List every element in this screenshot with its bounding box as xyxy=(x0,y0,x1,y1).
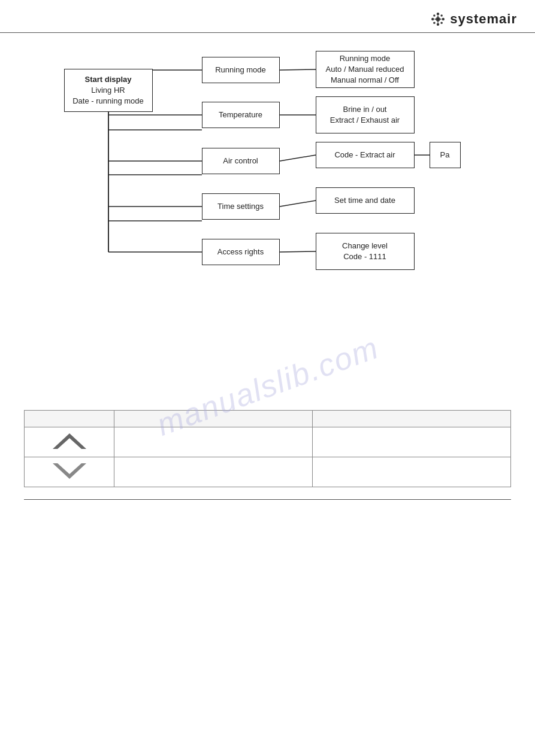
arrow-up-cell xyxy=(25,427,114,457)
svg-point-5 xyxy=(433,14,436,17)
arrow-up-col3 xyxy=(313,427,511,457)
set-time-box: Set time and date xyxy=(316,187,415,214)
running-mode-label: Running mode xyxy=(215,65,266,75)
time-settings-label: Time settings xyxy=(217,201,264,212)
main-content: Start display Living HR Date - running m… xyxy=(0,33,535,374)
brine-line2: Extract / Exhaust air xyxy=(330,115,400,126)
svg-line-28 xyxy=(280,251,316,252)
logo: systemair xyxy=(430,11,517,28)
svg-point-11 xyxy=(435,19,437,20)
arrow-down-icon xyxy=(53,463,86,479)
svg-point-1 xyxy=(437,13,439,15)
brine-box: Brine in / out Extract / Exhaust air xyxy=(316,96,415,133)
svg-point-3 xyxy=(431,18,434,20)
page-header: systemair xyxy=(0,0,535,33)
brine-line1: Brine in / out xyxy=(330,104,400,115)
running-mode-detail-line3: Manual normal / Off xyxy=(326,75,404,86)
access-rights-box: Access rights xyxy=(202,239,280,265)
pa-box: Pa xyxy=(430,142,461,168)
code-extract-label: Code - Extract air xyxy=(334,150,395,160)
svg-point-8 xyxy=(441,22,443,24)
running-mode-detail-line1: Running mode xyxy=(326,53,404,64)
code-extract-box: Code - Extract air xyxy=(316,142,415,168)
start-display-title: Start display xyxy=(72,74,144,85)
svg-point-6 xyxy=(441,14,443,17)
table-header-col1 xyxy=(25,411,114,427)
svg-line-27 xyxy=(280,201,316,207)
svg-point-2 xyxy=(437,23,439,26)
change-level-line2: Code - 1111 xyxy=(342,251,388,262)
svg-point-12 xyxy=(440,19,442,20)
button-table xyxy=(24,410,511,487)
arrow-down-col3 xyxy=(313,457,511,487)
arrow-down-cell xyxy=(25,457,114,487)
air-control-label: Air control xyxy=(223,156,258,166)
arrow-up-desc xyxy=(114,427,313,457)
logo-text: systemair xyxy=(450,11,517,27)
table-header-col3 xyxy=(313,411,511,427)
time-settings-box: Time settings xyxy=(202,193,280,220)
svg-line-26 xyxy=(280,155,316,161)
start-display-line2: Living HR xyxy=(72,85,144,96)
start-display-box: Start display Living HR Date - running m… xyxy=(64,69,153,112)
svg-point-4 xyxy=(442,18,445,20)
svg-point-0 xyxy=(436,17,440,22)
svg-line-24 xyxy=(280,69,316,70)
change-level-line1: Change level xyxy=(342,241,388,251)
temperature-box: Temperature xyxy=(202,102,280,128)
running-mode-detail-line2: Auto / Manual reduced xyxy=(326,64,404,75)
change-level-box: Change level Code - 1111 xyxy=(316,233,415,270)
table-header-col2 xyxy=(114,411,313,427)
air-control-box: Air control xyxy=(202,148,280,174)
running-mode-box: Running mode xyxy=(202,57,280,83)
arrow-up-icon xyxy=(53,433,86,449)
svg-point-10 xyxy=(437,21,439,23)
table-row-up xyxy=(25,427,511,457)
footer-line xyxy=(24,499,511,500)
svg-point-9 xyxy=(437,16,439,17)
table-header-row xyxy=(25,411,511,427)
pa-label: Pa xyxy=(440,150,450,160)
temperature-label: Temperature xyxy=(219,110,262,120)
access-rights-label: Access rights xyxy=(217,247,264,257)
bottom-section xyxy=(0,410,535,487)
table-row-down xyxy=(25,457,511,487)
start-display-line3: Date - running mode xyxy=(72,96,144,107)
systemair-logo-icon xyxy=(430,11,446,28)
running-mode-detail-box: Running mode Auto / Manual reduced Manua… xyxy=(316,51,415,88)
svg-point-7 xyxy=(433,22,436,24)
arrow-down-desc xyxy=(114,457,313,487)
flowchart: Start display Living HR Date - running m… xyxy=(64,51,471,362)
set-time-label: Set time and date xyxy=(334,195,395,206)
